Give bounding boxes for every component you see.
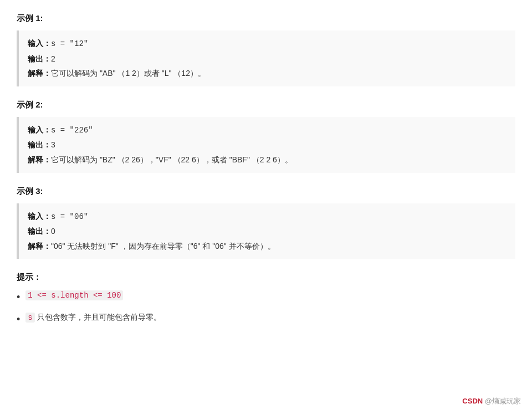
example-3-title: 示例 3: [17,186,515,197]
example-2-explain: 解释：它可以解码为 "BZ" （2 26），"VF" （22 6），或者 "BB… [28,152,507,167]
example-2-output: 输出：3 [28,137,507,152]
example-2-output-label: 输出： [28,140,51,149]
example-2-title: 示例 2: [17,100,515,110]
example-3-input-label: 输入： [28,212,51,221]
example-3-output-label: 输出： [28,227,51,236]
example-1-input: 输入：s = "12" [28,36,507,52]
hints-title: 提示： [17,272,515,283]
hint-item-1: 1 <= s.length <= 100 [17,290,515,304]
example-2-section: 示例 2: 输入：s = "226" 输出：3 解释：它可以解码为 "BZ" （… [17,100,515,173]
example-2-explain-value: 它可以解码为 "BZ" （2 26），"VF" （22 6），或者 "BBF" … [51,155,293,164]
example-1-section: 示例 1: 输入：s = "12" 输出：2 解释：它可以解码为 "AB" （1… [17,13,515,86]
example-3-explain-value: "06" 无法映射到 "F" ，因为存在前导零（"6" 和 "06" 并不等价）… [51,242,275,251]
watermark-suffix: @熵减玩家 [485,397,521,405]
example-1-input-value: s = "12" [51,39,88,48]
example-3-section: 示例 3: 输入：s = "06" 输出：0 解释："06" 无法映射到 "F"… [17,186,515,259]
example-2-output-value: 3 [51,140,55,149]
example-1-output: 输出：2 [28,52,507,67]
example-3-input-value: s = "06" [51,212,88,221]
example-3-input: 输入：s = "06" [28,209,507,224]
hint-1-code: 1 <= s.length <= 100 [25,290,123,300]
hint-2-content: s 只包含数字，并且可能包含前导零。 [25,313,161,323]
hint-1-content: 1 <= s.length <= 100 [25,290,123,300]
watermark-csdn: CSDN [462,397,483,405]
example-3-output: 输出：0 [28,224,507,239]
example-2-input: 输入：s = "226" [28,122,507,138]
example-2-input-label: 输入： [28,125,51,134]
example-3-explain: 解释："06" 无法映射到 "F" ，因为存在前导零（"6" 和 "06" 并不… [28,239,507,254]
hint-2-text: 只包含数字，并且可能包含前导零。 [35,313,161,321]
hint-list: 1 <= s.length <= 100 s 只包含数字，并且可能包含前导零。 [17,290,515,326]
example-1-input-label: 输入： [28,39,51,48]
example-1-block: 输入：s = "12" 输出：2 解释：它可以解码为 "AB" （1 2）或者 … [17,30,515,86]
hint-item-2: s 只包含数字，并且可能包含前导零。 [17,313,515,326]
example-3-output-value: 0 [51,227,55,236]
example-2-block: 输入：s = "226" 输出：3 解释：它可以解码为 "BZ" （2 26），… [17,117,515,173]
example-2-input-value: s = "226" [51,126,93,135]
example-1-explain: 解释：它可以解码为 "AB" （1 2）或者 "L" （12）。 [28,66,507,81]
example-3-explain-label: 解释： [28,242,51,251]
hint-2-code: s [25,313,34,323]
example-1-explain-value: 它可以解码为 "AB" （1 2）或者 "L" （12）。 [51,69,206,78]
example-1-output-value: 2 [51,54,55,63]
example-1-output-label: 输出： [28,54,51,63]
example-1-title: 示例 1: [17,13,515,24]
example-1-explain-label: 解释： [28,69,51,78]
hints-section: 提示： 1 <= s.length <= 100 s 只包含数字，并且可能包含前… [17,272,515,326]
example-2-explain-label: 解释： [28,155,51,164]
example-3-block: 输入：s = "06" 输出：0 解释："06" 无法映射到 "F" ，因为存在… [17,203,515,259]
watermark: CSDN @熵减玩家 [462,396,521,406]
